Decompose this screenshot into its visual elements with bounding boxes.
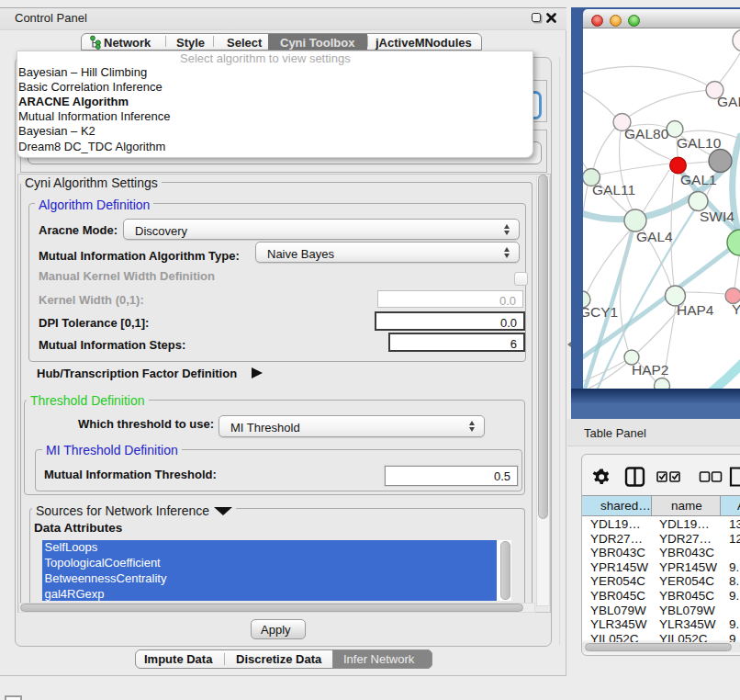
svg-text:GAL2: GAL2 <box>717 94 740 109</box>
svg-text:GAL10: GAL10 <box>677 135 722 151</box>
svg-text:Y: Y <box>732 301 740 317</box>
svg-text:SWI4: SWI4 <box>700 209 734 224</box>
svg-text:GAL1: GAL1 <box>680 172 717 187</box>
svg-text:GAL4: GAL4 <box>636 229 673 244</box>
svg-text:GAL11: GAL11 <box>592 182 635 198</box>
svg-text:GAL80: GAL80 <box>624 126 669 141</box>
svg-text:GCY1: GCY1 <box>583 304 618 320</box>
svg-text:HAP4: HAP4 <box>677 302 714 318</box>
svg-text:HAP2: HAP2 <box>632 362 669 378</box>
